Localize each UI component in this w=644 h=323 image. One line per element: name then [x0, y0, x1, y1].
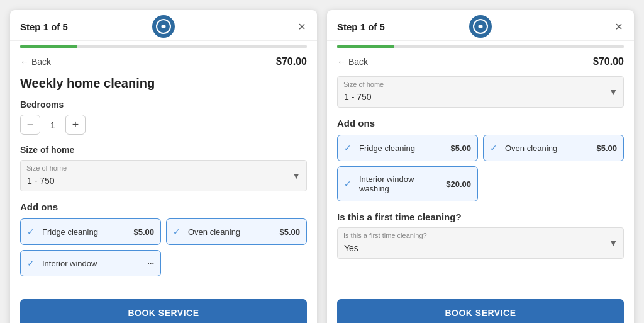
step-indicator-1: Step 1 of 5: [20, 21, 68, 32]
addon-name-window-line1-2: Interior window: [359, 174, 414, 184]
book-button-2[interactable]: BOOK SERVICE: [337, 299, 624, 323]
bedrooms-label-1: Bedrooms: [20, 99, 307, 110]
addon-check-oven-1: ✓: [173, 227, 183, 237]
addon-card-oven-1[interactable]: ✓ Oven cleaning $5.00: [166, 218, 307, 245]
addon-card-window-1[interactable]: ✓ Interior window ···: [20, 250, 161, 276]
addon-left-fridge-1: ✓ Fridge cleaning: [27, 227, 98, 237]
bedrooms-stepper: − 1 +: [20, 115, 307, 135]
addon-left-window-2: ✓ Interior window washing: [344, 174, 414, 193]
addon-check-window-1: ✓: [27, 258, 37, 268]
step-indicator-2: Step 1 of 5: [337, 21, 385, 32]
logo-2: [469, 15, 492, 38]
addon-name-oven-2: Oven cleaning: [505, 144, 557, 153]
nav-price-row-1: ← Back $70.00: [20, 56, 307, 67]
book-button-1[interactable]: BOOK SERVICE: [20, 299, 307, 323]
panel-2-body: ← Back $70.00 Size of home 1 - 750751-10…: [327, 48, 634, 294]
addon-check-fridge-2: ✓: [344, 143, 354, 153]
back-button-1[interactable]: ← Back: [20, 57, 51, 67]
size-select-wrapper-1: Size of home 1 - 750751-10001001-1500 ▼: [20, 160, 307, 191]
bedrooms-value: 1: [47, 120, 59, 130]
svg-point-3: [479, 25, 482, 28]
addon-check-window-2: ✓: [344, 179, 354, 189]
progress-container-1: [10, 41, 317, 48]
first-time-float-label: Is this a first time cleaning?: [343, 232, 427, 239]
increment-button[interactable]: +: [65, 115, 86, 135]
addon-price-oven-1: $5.00: [279, 227, 300, 237]
addon-name-fridge-1: Fridge cleaning: [42, 227, 98, 237]
price-1: $70.00: [276, 56, 307, 67]
addon-left-window-1: ✓ Interior window: [27, 258, 97, 268]
addon-price-fridge-1: $5.00: [133, 227, 154, 237]
addon-card-oven-2[interactable]: ✓ Oven cleaning $5.00: [483, 135, 624, 161]
nav-price-row-2: ← Back $70.00: [337, 56, 624, 67]
svg-point-1: [162, 25, 165, 28]
panel-1: Step 1 of 5 × ← Back $70.00 Weekly home …: [10, 10, 317, 323]
addon-price-window-2: $20.00: [446, 179, 471, 189]
addon-name-window-2-wrapper: Interior window washing: [359, 174, 414, 193]
addons-grid-1: ✓ Fridge cleaning $5.00 ✓ Oven cleaning …: [20, 218, 307, 276]
panel-2: Step 1 of 5 × ← Back $70.00 Size of home: [327, 10, 634, 323]
addon-price-oven-2: $5.00: [596, 144, 617, 153]
addon-name-window-1: Interior window: [42, 259, 97, 268]
addons-grid-2: ✓ Fridge cleaning $5.00 ✓ Oven cleaning …: [337, 135, 624, 201]
logo-1: [152, 15, 175, 38]
addon-name-fridge-2: Fridge cleaning: [359, 144, 415, 153]
addon-left-fridge-2: ✓ Fridge cleaning: [344, 143, 415, 153]
size-float-label-1: Size of home: [26, 164, 67, 172]
close-button-2[interactable]: ×: [614, 19, 624, 34]
size-label-1: Size of home: [20, 145, 307, 155]
addon-left-oven-2: ✓ Oven cleaning: [490, 143, 557, 153]
addon-name-oven-1: Oven cleaning: [188, 227, 240, 237]
close-button-1[interactable]: ×: [297, 19, 307, 34]
first-time-section: Is this a first time cleaning? Is this a…: [337, 212, 624, 259]
addons-label-1: Add ons: [20, 201, 307, 212]
size-float-label-2: Size of home: [343, 81, 384, 88]
first-time-label: Is this a first time cleaning?: [337, 212, 624, 222]
addon-name-window-line2-2: washing: [359, 184, 414, 193]
addon-check-fridge-1: ✓: [27, 227, 37, 237]
service-title-1: Weekly home cleaning: [20, 76, 307, 91]
panel-1-body: ← Back $70.00 Weekly home cleaning Bedro…: [10, 48, 317, 294]
addon-check-oven-2: ✓: [490, 143, 500, 153]
price-2: $70.00: [593, 56, 624, 67]
addon-card-window-2[interactable]: ✓ Interior window washing $20.00: [337, 166, 478, 201]
panel-1-header: Step 1 of 5 ×: [10, 10, 317, 41]
addons-label-2: Add ons: [337, 118, 624, 128]
progress-container-2: [327, 41, 634, 48]
addon-price-fridge-2: $5.00: [450, 144, 471, 153]
decrement-button[interactable]: −: [20, 115, 40, 135]
addon-price-window-1: ···: [147, 259, 154, 268]
addon-card-fridge-2[interactable]: ✓ Fridge cleaning $5.00: [337, 135, 478, 161]
panel-2-header: Step 1 of 5 ×: [327, 10, 634, 41]
first-time-select-wrapper: Is this a first time cleaning? YesNo ▼: [337, 227, 624, 259]
addon-card-fridge-1[interactable]: ✓ Fridge cleaning $5.00: [20, 218, 161, 245]
addon-left-oven-1: ✓ Oven cleaning: [173, 227, 240, 237]
size-select-wrapper-2: Size of home 1 - 750751-10001001-1500 ▼: [337, 76, 624, 108]
back-button-2[interactable]: ← Back: [337, 57, 368, 67]
